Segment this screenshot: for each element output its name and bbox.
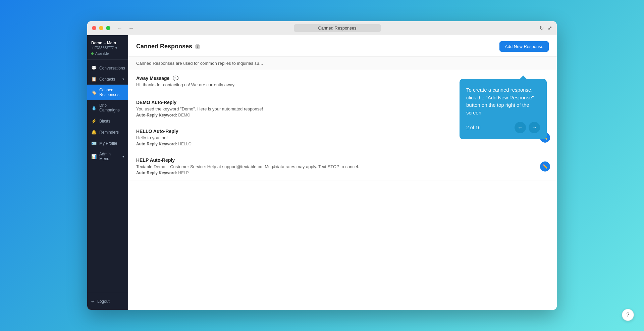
sidebar-item-label: Reminders [99,130,119,135]
logout-item[interactable]: ↩ Logout [91,297,124,306]
sidebar-status: Available [91,52,124,55]
conversations-icon: 💬 [91,65,97,70]
titlebar: ← → ↻ ⤢ [87,21,557,35]
sidebar-item-my-profile[interactable]: 🪪 My Profile [87,138,128,149]
reload-button[interactable]: ↻ [539,25,544,31]
sidebar-item-admin-menu[interactable]: 📊 Admin Menu ▾ [87,149,128,164]
address-bar [142,24,533,32]
sidebar-item-blasts[interactable]: ⚡ Blasts [87,115,128,127]
account-number: +17336833777 ▼ [91,46,124,50]
sidebar-item-canned-responses[interactable]: 🏷️ Canned Responses [87,85,128,100]
chevron-icon: ▾ [122,155,124,158]
tooltip-text: To create a canned response, click the "… [466,86,540,116]
response-keyword: Auto-Reply Keyword: HELP [136,171,549,175]
page-title: Canned Responses [136,43,192,50]
drip-campaigns-icon: 💧 [91,105,97,110]
tooltip-counter: 2 of 16 [466,125,481,130]
sidebar-item-conversations[interactable]: 💬 Conversations [87,62,128,74]
app-window: ← → ↻ ⤢ Demo – Main +17336833777 ▼ Avail… [87,21,557,310]
account-name: Demo – Main [91,41,124,45]
sidebar-item-label: My Profile [99,141,117,146]
titlebar-right: ↻ ⤢ [539,25,552,31]
tooltip-footer: 2 of 16 ← → [466,122,540,133]
logout-label: Logout [97,299,110,304]
canned-responses-icon: 🏷️ [91,90,97,95]
nav-back-button[interactable]: ← [116,25,124,32]
sidebar-item-drip-campaigns[interactable]: 💧 Drip Campaigns [87,100,128,115]
response-message: Textable Demo – Customer Service: Help a… [136,164,549,169]
sidebar-header: Demo – Main +17336833777 ▼ Available [87,35,128,60]
tooltip-nav: ← → [515,122,540,133]
sidebar-item-contacts[interactable]: 📋 Contacts ▾ [87,74,128,85]
contacts-icon: 📋 [91,77,97,82]
sidebar-item-label: Contacts [99,77,115,82]
tooltip-overlay: To create a canned response, click the "… [460,79,547,139]
traffic-light-yellow[interactable] [99,26,103,30]
away-message-icon: 💬 [173,76,178,81]
help-floating-button[interactable]: ? [622,309,634,321]
content-area: Canned Responses ? Add New Response Cann… [128,35,557,310]
my-profile-icon: 🪪 [91,141,97,146]
traffic-light-green[interactable] [106,26,110,30]
chevron-icon: ▾ [122,77,124,81]
sidebar-item-reminders[interactable]: 🔔 Reminders [87,127,128,138]
logout-icon: ↩ [91,299,95,304]
sidebar-item-label: Blasts [99,119,110,124]
response-item: HELP Auto-Reply Textable Demo – Customer… [128,152,557,181]
add-new-response-button[interactable]: Add New Response [499,41,549,52]
tooltip-prev-button[interactable]: ← [515,122,526,133]
sidebar-item-label: Drip Campaigns [99,103,124,112]
sidebar: Demo – Main +17336833777 ▼ Available 💬 C… [87,35,128,310]
sidebar-nav: 💬 Conversations 📋 Contacts ▾ 🏷️ Canned R… [87,60,128,293]
blasts-icon: ⚡ [91,119,97,124]
nav-buttons: ← → [116,25,135,32]
sidebar-item-label: Conversations [99,66,125,70]
title-help-icon[interactable]: ? [195,44,200,49]
traffic-light-red[interactable] [92,26,96,30]
tooltip-arrow [520,76,527,79]
content-header: Canned Responses ? Add New Response [128,35,557,57]
admin-menu-icon: 📊 [91,154,97,159]
response-keyword: Auto-Reply Keyword: HELLO [136,142,549,146]
status-dot [91,52,94,55]
response-edit-button[interactable]: ✏️ [540,161,550,172]
sidebar-footer: ↩ Logout [87,293,128,310]
tooltip-next-button[interactable]: → [529,122,540,133]
address-input[interactable] [294,24,381,32]
nav-forward-button[interactable]: → [127,25,135,32]
status-text: Available [95,52,109,55]
traffic-lights [92,26,110,30]
content-description: Canned Responses are used for common rep… [128,57,557,70]
sidebar-item-label: Admin Menu [99,152,120,161]
content-title: Canned Responses ? [136,43,200,50]
expand-button[interactable]: ⤢ [548,25,552,31]
response-name: HELP Auto-Reply [136,157,549,163]
main-content: Demo – Main +17336833777 ▼ Available 💬 C… [87,35,557,310]
reminders-icon: 🔔 [91,130,97,135]
sidebar-item-label: Canned Responses [99,88,124,97]
